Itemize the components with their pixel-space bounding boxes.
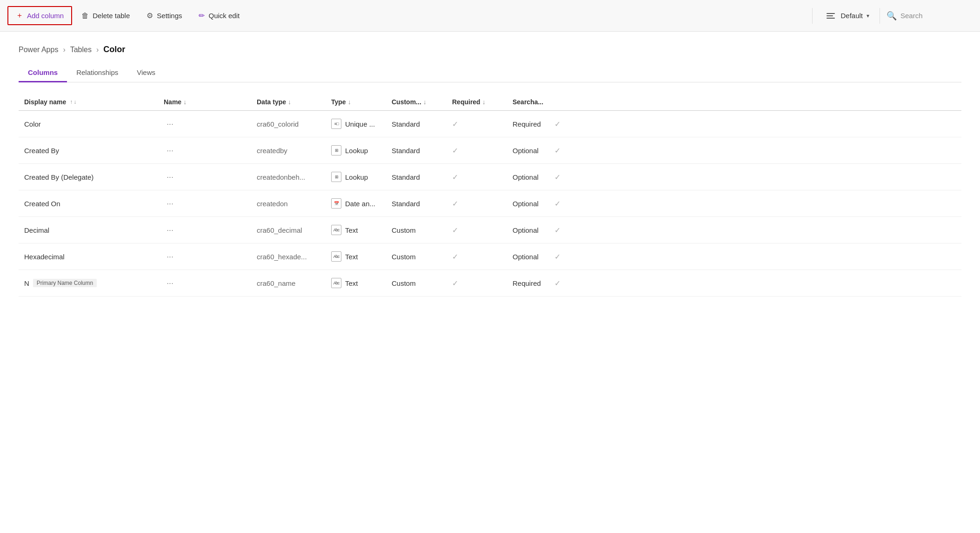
custom-check-icon: ✓ [452, 173, 458, 181]
cell-ellipsis: ··· [158, 137, 251, 164]
data-type-icon: ⊞ [331, 172, 341, 182]
delete-table-button[interactable]: 🗑 Delete table [74, 8, 137, 24]
cell-searchable: ✓ [549, 270, 961, 297]
trash-icon: 🗑 [81, 12, 89, 20]
chevron-down-icon: ▾ [867, 13, 869, 19]
searchable-check-icon: ✓ [554, 200, 560, 208]
table-row: Created By (Delegate)···createdonbeh...⊞… [19, 164, 961, 190]
cell-name: cra60_colorid [251, 111, 326, 137]
custom-check-icon: ✓ [452, 253, 458, 261]
table-row: Created By···createdby⊞LookupStandard✓Op… [19, 137, 961, 164]
custom-sort-icon[interactable]: ↓ [423, 98, 427, 106]
tab-columns[interactable]: Columns [19, 64, 67, 82]
breadcrumb-sep-2: › [96, 46, 99, 54]
cell-required: Optional [507, 137, 549, 164]
cell-type: Custom [386, 243, 447, 270]
cell-ellipsis: ··· [158, 270, 251, 297]
cell-display-name: Created On [19, 190, 158, 217]
th-type: Type ↓ [326, 94, 386, 111]
custom-check-icon: ✓ [452, 279, 458, 287]
cell-display-name: Created By [19, 137, 158, 164]
add-column-label: Add column [27, 12, 64, 20]
cell-required: Optional [507, 243, 549, 270]
sort-desc-icon[interactable]: ↓ [73, 99, 76, 105]
row-menu-button[interactable]: ··· [164, 277, 177, 290]
cell-required: Optional [507, 217, 549, 243]
cell-name: cra60_name [251, 270, 326, 297]
row-menu-button[interactable]: ··· [164, 197, 177, 210]
required-sort-icon[interactable]: ↓ [482, 98, 486, 106]
breadcrumb-tables[interactable]: Tables [70, 46, 92, 54]
cell-searchable: ✓ [549, 111, 961, 137]
delete-table-label: Delete table [93, 12, 130, 20]
cell-custom: ✓ [447, 164, 507, 190]
row-menu-button[interactable]: ··· [164, 223, 177, 236]
tab-views[interactable]: Views [127, 64, 165, 82]
cell-type: Standard [386, 137, 447, 164]
th-searchable: Searcha... [507, 94, 549, 111]
table-row: Hexadecimal···cra60_hexade...AbcTextCust… [19, 243, 961, 270]
cell-data-type: AbcText [326, 217, 386, 243]
th-display-name: Display name ↑ ↓ [19, 94, 158, 111]
tab-relationships[interactable]: Relationships [67, 64, 127, 82]
sort-asc-icon[interactable]: ↑ [70, 99, 73, 105]
cell-custom: ✓ [447, 190, 507, 217]
row-menu-button[interactable]: ··· [164, 117, 177, 130]
cell-data-type: ⊞Lookup [326, 164, 386, 190]
cell-display-name: NPrimary Name Column [19, 270, 158, 297]
toolbar: ＋ Add column 🗑 Delete table ⚙ Settings ✏… [0, 0, 980, 32]
cell-ellipsis: ··· [158, 190, 251, 217]
data-type-icon: Abc [331, 225, 341, 235]
name-sort-icon[interactable]: ↓ [183, 98, 187, 106]
custom-check-icon: ✓ [452, 120, 458, 128]
primary-name-badge: Primary Name Column [33, 279, 97, 287]
cell-type: Standard [386, 111, 447, 137]
table-row: Decimal···cra60_decimalAbcTextCustom✓Opt… [19, 217, 961, 243]
breadcrumb-powerapps[interactable]: Power Apps [19, 46, 58, 54]
table-row: NPrimary Name Column···cra60_nameAbcText… [19, 270, 961, 297]
cell-display-name: Decimal [19, 217, 158, 243]
cell-ellipsis: ··· [158, 217, 251, 243]
type-sort-icon[interactable]: ↓ [348, 98, 351, 106]
data-type-icon: 📅 [331, 198, 341, 209]
cell-display-name: Color [19, 111, 158, 137]
row-menu-button[interactable]: ··· [164, 170, 177, 183]
quick-edit-button[interactable]: ✏ Quick edit [191, 7, 247, 24]
search-icon: 🔍 [887, 11, 897, 21]
table-section: Display name ↑ ↓ Name ↓ Data t [0, 82, 980, 308]
cell-name: createdonbeh... [251, 164, 326, 190]
cell-name: createdby [251, 137, 326, 164]
breadcrumb-section: Power Apps › Tables › Color [0, 32, 980, 54]
row-menu-button[interactable]: ··· [164, 250, 177, 263]
breadcrumb-sep-1: › [63, 46, 65, 54]
lines-icon [827, 13, 835, 19]
th-data-type: Data type ↓ [251, 94, 326, 111]
cell-ellipsis: ··· [158, 243, 251, 270]
searchable-check-icon: ✓ [554, 120, 560, 128]
cell-name: cra60_decimal [251, 217, 326, 243]
cell-custom: ✓ [447, 270, 507, 297]
default-view-button[interactable]: Default ▾ [820, 9, 876, 22]
searchable-check-icon: ✓ [554, 173, 560, 181]
cell-required: Optional [507, 164, 549, 190]
breadcrumb: Power Apps › Tables › Color [19, 45, 961, 54]
row-menu-button[interactable]: ··· [164, 144, 177, 157]
add-column-button[interactable]: ＋ Add column [7, 6, 72, 25]
cell-type: Standard [386, 164, 447, 190]
cell-type: Custom [386, 217, 447, 243]
search-area[interactable]: 🔍 Search [880, 8, 973, 24]
cell-ellipsis: ··· [158, 111, 251, 137]
cell-searchable: ✓ [549, 243, 961, 270]
settings-icon: ⚙ [147, 11, 153, 20]
cell-searchable: ✓ [549, 164, 961, 190]
cell-required: Required [507, 111, 549, 137]
cell-data-type: ≡□Unique ... [326, 111, 386, 137]
cell-searchable: ✓ [549, 217, 961, 243]
custom-check-icon: ✓ [452, 147, 458, 155]
cell-custom: ✓ [447, 217, 507, 243]
columns-table: Display name ↑ ↓ Name ↓ Data t [19, 94, 961, 297]
data-type-icon: Abc [331, 278, 341, 288]
datatype-sort-icon[interactable]: ↓ [288, 98, 291, 106]
searchable-check-icon: ✓ [554, 279, 560, 287]
settings-button[interactable]: ⚙ Settings [139, 7, 189, 24]
